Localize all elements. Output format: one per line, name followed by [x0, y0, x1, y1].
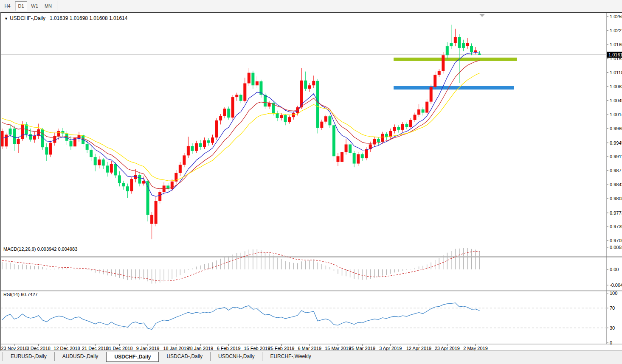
chart-tab-usdchf-daily[interactable]: USDCHF-,Daily [106, 352, 159, 362]
macd-axis-label: 0.00597 [610, 245, 622, 250]
price-axis-label: 0.97050 [610, 238, 622, 243]
date-axis-label: 3 Apr 2019 [379, 346, 402, 350]
rsi-indicator-label: RSI(14) 60.7427 [3, 292, 38, 297]
candle-body [304, 81, 307, 89]
timeframe-button-w1[interactable]: W1 [28, 1, 41, 11]
candle-body [353, 153, 356, 164]
candle-body [280, 115, 283, 118]
candle-body [86, 144, 89, 149]
date-axis-label: 31 Dec 2018 [106, 346, 132, 350]
candle-body [442, 55, 445, 71]
collapse-triangle-icon[interactable]: ▼ [4, 17, 8, 21]
candle-body [284, 115, 287, 122]
candle-body [90, 150, 93, 157]
candle-body [312, 81, 315, 86]
date-axis-label: 12 Apr 2019 [406, 346, 431, 350]
date-axis: 23 Nov 20183 Dec 201812 Dec 201821 Dec 2… [1, 344, 487, 350]
date-axis-label: 23 Apr 2019 [435, 346, 460, 350]
candle-body [21, 124, 24, 139]
horizontal-sr-lines[interactable] [394, 59, 517, 88]
candle-body [106, 165, 109, 172]
date-axis-label: 23 Nov 2018 [1, 346, 27, 350]
candle-body [409, 120, 412, 127]
candle-body [446, 46, 449, 55]
chart-title: ▼USDCHF-,Daily1.01639 1.01698 1.01608 1.… [4, 15, 127, 21]
candle-body [373, 139, 376, 144]
price-chart-svg[interactable]: 1.025501.022101.018601.015201.011801.008… [1, 13, 622, 350]
candle-body [195, 143, 198, 151]
date-axis-label: 15 Feb 2019 [244, 346, 270, 350]
price-axis-label: 1.02210 [610, 28, 622, 33]
timeframe-button-mn[interactable]: MN [42, 1, 54, 11]
candle-body [150, 215, 153, 224]
macd-indicator-label: MACD(12,26,9) 0.003942 0.004983 [3, 246, 77, 252]
price-axis-label: 0.99800 [610, 126, 622, 131]
candle-body [267, 103, 270, 107]
price-axis-label: 0.98420 [610, 182, 622, 187]
chart-tab-usdcnh-daily[interactable]: USDCNH-,Daily [211, 352, 262, 361]
price-axis-label: 0.97390 [610, 224, 622, 229]
chart-tab-audusd-daily[interactable]: AUDUSD-,Daily [55, 352, 107, 361]
candle-body [179, 165, 182, 173]
rsi-axis-label: 100 [610, 291, 617, 296]
candle-body [29, 134, 32, 139]
date-axis-label: 25 Mar 2019 [349, 346, 375, 350]
candle-body [5, 134, 8, 146]
candle-body [308, 85, 311, 89]
candle-body [239, 95, 242, 101]
price-axis-label: 1.00490 [610, 98, 622, 103]
candle-body [138, 175, 141, 183]
candle-body [207, 140, 210, 143]
candle-body [393, 127, 396, 131]
candle-body [110, 164, 113, 173]
chart-tab-usdcad-daily[interactable]: USDCAD-,Daily [159, 352, 211, 361]
date-axis-label: 18 Jan 2019 [163, 346, 189, 350]
candle-body [219, 116, 222, 120]
candlestick-series [1, 25, 481, 239]
candle-body [316, 81, 319, 128]
candle-body [433, 75, 436, 87]
macd-axis-label: -0.004243 [610, 283, 622, 288]
candle-body [401, 124, 404, 129]
candle-body [199, 143, 202, 147]
candle-body [94, 157, 97, 165]
macd-series [2, 248, 480, 284]
date-axis-label: 6 Feb 2019 [217, 346, 241, 350]
candle-body [458, 37, 461, 48]
panel-frame-lines [1, 13, 622, 344]
current-price-label: 1.01614 [608, 52, 622, 57]
candle-body [357, 154, 360, 163]
candle-body [248, 73, 250, 83]
candle-body [215, 120, 218, 137]
price-axis-label: 0.98770 [610, 168, 622, 173]
chart-tab-eurchf-weekly[interactable]: EURCHF-,Weekly [262, 352, 319, 361]
timeframe-button-h4[interactable]: H4 [1, 1, 14, 11]
candle-body [341, 152, 343, 162]
candle-body [328, 116, 331, 125]
chart-tab-eurusd-daily[interactable]: EURUSD-,Daily [3, 352, 55, 361]
candle-body [414, 115, 417, 120]
candle-body [454, 37, 457, 43]
candle-body [430, 87, 433, 102]
price-axis-label: 1.01180 [610, 70, 622, 75]
mt4-window: H4D1W1MN 1.025501.022101.018601.015201.0… [0, 0, 622, 364]
chart-area[interactable]: 1.025501.022101.018601.015201.011801.008… [0, 12, 622, 350]
symbol-period-label: USDCHF-,Daily [10, 15, 45, 21]
candle-body [17, 139, 20, 144]
candle-body [163, 185, 166, 192]
candle-body [45, 147, 48, 154]
chart-tab-bar: EURUSD-,DailyAUDUSD-,DailyUSDCHF-,DailyU… [0, 350, 622, 364]
candle-body [288, 117, 291, 122]
candle-body [417, 109, 420, 115]
candle-body [98, 160, 101, 165]
candle-body [203, 140, 206, 147]
timeframe-button-d1[interactable]: D1 [15, 1, 27, 11]
chart-shift-marker-icon[interactable] [479, 14, 485, 17]
price-axis-label: 0.98080 [610, 196, 622, 201]
candle-body [377, 139, 380, 142]
candle-body [122, 183, 125, 187]
candle-body [292, 113, 295, 118]
price-axis-label: 0.99450 [610, 140, 622, 146]
candle-body [33, 136, 36, 140]
candle-body [1, 131, 4, 146]
